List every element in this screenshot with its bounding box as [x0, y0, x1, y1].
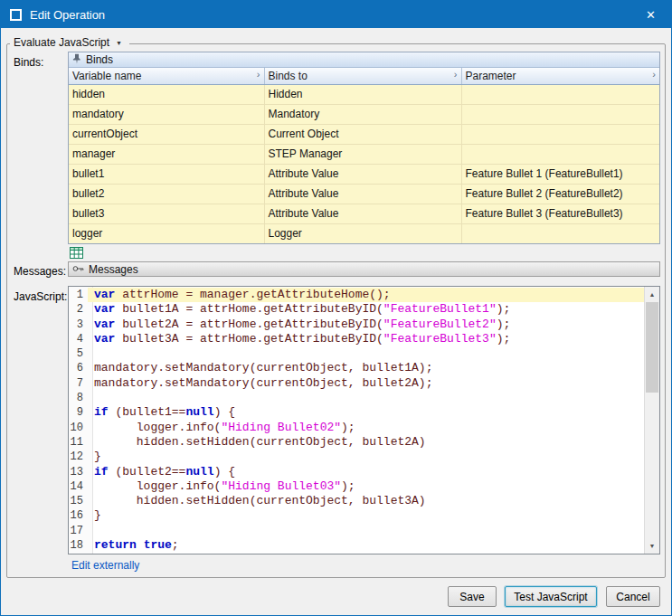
code-line[interactable]: 16}: [69, 508, 644, 523]
key-icon: [72, 263, 84, 276]
table-cell: [461, 84, 659, 104]
edit-operation-dialog: Edit Operation ✕ Evaluate JavaScript ▼ B…: [0, 0, 672, 616]
column-header-label: Binds to: [269, 70, 308, 82]
table-cell: [461, 144, 659, 164]
code-line[interactable]: 2var bullet1A = attrHome.getAttributeByI…: [69, 302, 644, 317]
code-line[interactable]: 15 hidden.setHidden(currentObject, bulle…: [69, 494, 644, 508]
line-number: 7: [69, 376, 88, 391]
chevron-down-icon: ▼: [116, 40, 122, 46]
table-cell: Attribute Value: [264, 164, 461, 184]
code-text: hidden.setHidden(currentObject, bullet2A…: [88, 435, 644, 450]
table-cell: Feature Bullet 2 (FeatureBullet2): [461, 184, 659, 204]
binds-table-header-row: Variable name › Binds to › Parameter ›: [69, 68, 659, 84]
binds-panel: Binds Variable name › Binds to ›: [68, 52, 660, 244]
code-text: if (bullet2==null) {: [88, 465, 644, 479]
table-row[interactable]: bullet1Attribute ValueFeature Bullet 1 (…: [69, 164, 659, 184]
table-cell: bullet3: [69, 204, 264, 223]
code-line[interactable]: 1var attrHome = manager.getAttributeHome…: [69, 288, 644, 302]
binds-table: Variable name › Binds to › Parameter ›: [69, 68, 659, 243]
table-row[interactable]: bullet2Attribute ValueFeature Bullet 2 (…: [69, 184, 659, 204]
code-text: mandatory.setMandatory(currentObject, bu…: [88, 361, 644, 375]
edit-binds-table-button[interactable]: [70, 246, 85, 260]
titlebar[interactable]: Edit Operation ✕: [1, 1, 671, 28]
code-line[interactable]: 11 hidden.setHidden(currentObject, bulle…: [69, 435, 644, 450]
messages-panel-title: Messages: [89, 263, 138, 276]
binds-table-body: hiddenHiddenmandatoryMandatorycurrentObj…: [69, 84, 659, 243]
line-number: 15: [69, 494, 88, 508]
column-header-label: Parameter: [466, 70, 516, 82]
table-cell: Feature Bullet 3 (FeatureBullet3): [461, 204, 659, 223]
code-line[interactable]: 9if (bullet1==null) {: [69, 405, 644, 420]
table-row[interactable]: mandatoryMandatory: [69, 104, 659, 124]
code-text: logger.info("Hiding Bullet02");: [88, 421, 644, 435]
table-cell: Hidden: [264, 84, 461, 104]
code-line[interactable]: 10 logger.info("Hiding Bullet02");: [69, 421, 644, 435]
scroll-down-arrow-icon[interactable]: ▼: [645, 538, 659, 554]
code-text: [88, 346, 644, 361]
code-text: var attrHome = manager.getAttributeHome(…: [88, 288, 644, 302]
javascript-editor[interactable]: 1var attrHome = manager.getAttributeHome…: [68, 286, 660, 554]
cancel-button[interactable]: Cancel: [606, 586, 660, 607]
code-line[interactable]: 18return true;: [69, 538, 644, 553]
table-row[interactable]: bullet3Attribute ValueFeature Bullet 3 (…: [69, 204, 659, 223]
code-line[interactable]: 3var bullet2A = attrHome.getAttributeByI…: [69, 317, 644, 332]
window-title: Edit Operation: [30, 8, 105, 22]
table-cell: Logger: [264, 223, 461, 243]
code-text: hidden.setHidden(currentObject, bullet3A…: [88, 494, 644, 508]
code-text: [88, 524, 644, 538]
table-cell: manager: [69, 144, 264, 164]
table-row[interactable]: managerSTEP Manager: [69, 144, 659, 164]
column-header-binds-to[interactable]: Binds to ›: [264, 68, 461, 84]
code-lines: 1var attrHome = manager.getAttributeHome…: [69, 288, 644, 554]
column-header-variable-name[interactable]: Variable name ›: [69, 68, 264, 84]
code-line[interactable]: 12}: [69, 450, 644, 464]
table-cell: Attribute Value: [264, 184, 461, 204]
line-number: 5: [69, 346, 88, 361]
close-button[interactable]: ✕: [630, 1, 671, 28]
binds-panel-header[interactable]: Binds: [69, 52, 659, 68]
test-javascript-button[interactable]: Test JavaScript: [505, 586, 597, 607]
line-number: 16: [69, 508, 88, 523]
code-line[interactable]: 5: [69, 346, 644, 361]
table-row[interactable]: currentObjectCurrent Object: [69, 124, 659, 144]
table-cell: Feature Bullet 1 (FeatureBullet1): [461, 164, 659, 184]
code-line[interactable]: 7mandatory.setMandatory(currentObject, b…: [69, 376, 644, 391]
table-cell: hidden: [69, 84, 264, 104]
scroll-up-arrow-icon[interactable]: ▲: [645, 287, 659, 302]
table-row[interactable]: loggerLogger: [69, 223, 659, 243]
pin-icon: [72, 53, 81, 67]
table-cell: Attribute Value: [264, 204, 461, 223]
vertical-scrollbar[interactable]: ▲ ▼: [644, 287, 659, 554]
binds-label: Binds:: [14, 56, 43, 69]
javascript-label: JavaScript:: [14, 290, 67, 303]
table-cell: bullet1: [69, 164, 264, 184]
table-cell: Mandatory: [264, 104, 461, 124]
edit-externally-link[interactable]: Edit externally: [71, 559, 139, 572]
line-number: 6: [69, 361, 88, 375]
table-row[interactable]: hiddenHidden: [69, 84, 659, 104]
code-text: if (bullet1==null) {: [88, 405, 644, 420]
code-line[interactable]: 14 logger.info("Hiding Bullet03");: [69, 479, 644, 494]
messages-panel-header[interactable]: Messages: [68, 261, 660, 277]
sort-chevron-icon: ›: [454, 69, 458, 80]
code-line[interactable]: 4var bullet3A = attrHome.getAttributeByI…: [69, 332, 644, 346]
code-line[interactable]: 6mandatory.setMandatory(currentObject, b…: [69, 361, 644, 375]
table-cell: logger: [69, 223, 264, 243]
operation-type-dropdown[interactable]: Evaluate JavaScript ▼: [10, 33, 129, 52]
save-button[interactable]: Save: [448, 586, 497, 607]
code-text: var bullet2A = attrHome.getAttributeByID…: [88, 317, 644, 332]
line-number: 1: [69, 288, 88, 302]
code-text: logger.info("Hiding Bullet03");: [88, 479, 644, 494]
code-line[interactable]: 17: [69, 524, 644, 538]
column-header-parameter[interactable]: Parameter ›: [461, 68, 659, 84]
code-text: var bullet3A = attrHome.getAttributeByID…: [88, 332, 644, 346]
messages-label: Messages:: [14, 265, 66, 278]
column-header-label: Variable name: [72, 70, 142, 82]
code-line[interactable]: 8: [69, 391, 644, 405]
code-line[interactable]: 13if (bullet2==null) {: [69, 465, 644, 479]
app-icon: [10, 9, 22, 21]
scrollbar-thumb[interactable]: [646, 302, 658, 393]
line-number: 14: [69, 479, 88, 494]
table-cell: Current Object: [264, 124, 461, 144]
line-number: 10: [69, 421, 88, 435]
